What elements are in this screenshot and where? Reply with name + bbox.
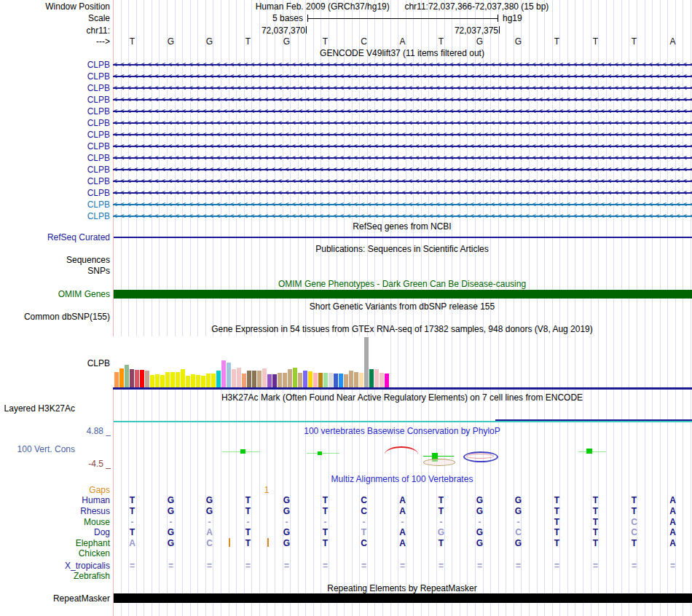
gtex-tissue-bar[interactable] <box>165 372 170 387</box>
cons-peak[interactable] <box>586 449 592 454</box>
alignment-base[interactable]: = <box>499 561 538 571</box>
cons-peak[interactable] <box>240 449 245 454</box>
gtex-tissue-bar[interactable] <box>323 373 328 387</box>
h3k27ac-signal-navy[interactable] <box>495 419 692 421</box>
alignment-base[interactable]: C <box>615 517 653 527</box>
alignment-base[interactable]: C <box>345 495 383 505</box>
refseq-curated-item[interactable] <box>113 237 692 238</box>
alignment-base[interactable]: T <box>422 495 460 505</box>
alignment-base[interactable]: - <box>422 517 460 527</box>
alignment-base[interactable]: = <box>383 561 422 571</box>
gene-transcript-row[interactable]: <<<<<<<<<<<<<<<<<<<<<<<<<<<<<<<<<<<<<<<<… <box>113 188 692 197</box>
alignment-base[interactable]: T <box>576 495 615 505</box>
gtex-tissue-bar[interactable] <box>114 372 119 387</box>
repeatmasker-label[interactable]: RepeatMasker <box>0 593 110 604</box>
gtex-tissue-bar[interactable] <box>140 370 144 387</box>
alignment-base[interactable]: T <box>422 506 460 516</box>
gtex-tissue-bar[interactable] <box>374 369 379 387</box>
alignment-base[interactable]: C <box>345 538 383 548</box>
alignment-base[interactable]: G <box>152 495 190 505</box>
alignment-base[interactable]: T <box>576 538 615 548</box>
omim-genes-label[interactable]: OMIM Genes <box>0 289 110 299</box>
alignment-base[interactable]: G <box>190 506 229 516</box>
species-label[interactable]: Elephant <box>0 538 110 548</box>
gtex-tissue-bar[interactable] <box>380 373 384 387</box>
alignment-base[interactable]: T <box>576 527 615 537</box>
gtex-tissue-bar[interactable] <box>237 368 241 387</box>
alignment-base[interactable]: T <box>229 495 267 505</box>
alignment-base[interactable]: A <box>653 517 692 527</box>
gtex-expression-chart[interactable] <box>113 336 391 387</box>
alignment-base[interactable]: - <box>190 517 229 527</box>
refseq-curated-label[interactable]: RefSeq Curated <box>0 232 110 242</box>
species-label[interactable]: Zebrafish <box>0 571 110 581</box>
alignment-base[interactable]: T <box>538 527 576 537</box>
alignment-base[interactable]: T <box>538 538 576 548</box>
gtex-track-title[interactable]: Gene Expression in 54 tissues from GTEx … <box>114 324 691 334</box>
gtex-tissue-bar[interactable] <box>130 369 134 387</box>
gene-label[interactable]: CLPB <box>0 60 110 70</box>
alignment-base[interactable]: = <box>152 561 190 571</box>
alignment-base[interactable]: A <box>653 495 692 505</box>
dbsnp-track-title[interactable]: Short Genetic Variants from dbSNP releas… <box>114 301 691 312</box>
alignment-base[interactable]: T <box>306 538 345 548</box>
alignment-base[interactable]: G <box>152 527 190 537</box>
gene-label[interactable]: CLPB <box>0 95 110 105</box>
gene-transcript-row[interactable]: <<<<<<<<<<<<<<<<<<<<<<<<<<<<<<<<<<<<<<<<… <box>113 153 692 162</box>
gtex-tissue-bar[interactable] <box>227 363 231 387</box>
h3k27ac-signal-teal[interactable] <box>113 421 692 422</box>
multiz-track-title[interactable]: Multiz Alignments of 100 Vertebrates <box>114 474 691 484</box>
refseq-track-title[interactable]: RefSeq genes from NCBI <box>114 221 691 232</box>
gtex-tissue-bar[interactable] <box>247 371 251 387</box>
omim-track-title[interactable]: OMIM Gene Phenotypes - Dark Green Can Be… <box>114 279 691 289</box>
gene-transcript-row[interactable]: <<<<<<<<<<<<<<<<<<<<<<<<<<<<<<<<<<<<<<<<… <box>113 200 692 209</box>
common-dbsnp-label[interactable]: Common dbSNP(155) <box>0 312 110 322</box>
alignment-base[interactable]: - <box>460 517 499 527</box>
gene-transcript-row[interactable]: <<<<<<<<<<<<<<<<<<<<<<<<<<<<<<<<<<<<<<<<… <box>113 118 692 127</box>
gene-label[interactable]: CLPB <box>0 200 110 210</box>
alignment-base[interactable]: T <box>615 538 653 548</box>
alignment-base[interactable]: = <box>422 561 460 571</box>
gene-label[interactable]: CLPB <box>0 153 110 163</box>
gene-label[interactable]: CLPB <box>0 188 110 198</box>
gtex-tissue-bar[interactable] <box>354 372 358 387</box>
gtex-tissue-bar[interactable] <box>135 370 139 387</box>
gene-transcript-row[interactable]: <<<<<<<<<<<<<<<<<<<<<<<<<<<<<<<<<<<<<<<<… <box>113 176 692 186</box>
gtex-tissue-bar[interactable] <box>272 374 277 387</box>
gtex-tissue-bar[interactable] <box>216 371 221 387</box>
publications-track-title[interactable]: Publications: Sequences in Scientific Ar… <box>114 244 691 254</box>
alignment-base[interactable]: A <box>653 506 692 516</box>
omim-gene-bar[interactable] <box>113 290 692 299</box>
gene-label[interactable]: CLPB <box>0 83 110 93</box>
gtex-tissue-bar[interactable] <box>211 374 216 387</box>
alignment-base[interactable]: T <box>113 506 152 516</box>
alignment-base[interactable]: C <box>345 506 383 516</box>
gtex-tissue-bar[interactable] <box>232 369 236 387</box>
gene-transcript-row[interactable]: <<<<<<<<<<<<<<<<<<<<<<<<<<<<<<<<<<<<<<<<… <box>113 95 692 104</box>
gtex-tissue-bar[interactable] <box>252 371 256 387</box>
alignment-base[interactable]: T <box>229 527 267 537</box>
gene-label[interactable]: CLPB <box>0 141 110 151</box>
alignment-base[interactable]: T <box>422 538 460 548</box>
gtex-tissue-bar[interactable] <box>201 376 205 387</box>
alignment-base[interactable]: T <box>538 495 576 505</box>
snps-label[interactable]: SNPs <box>0 266 110 276</box>
gtex-tissue-bar[interactable] <box>318 373 323 387</box>
gtex-tissue-bar[interactable] <box>359 373 363 387</box>
alignment-base[interactable]: - <box>113 517 152 527</box>
alignment-base[interactable]: = <box>460 561 499 571</box>
gtex-tissue-bar[interactable] <box>206 374 211 387</box>
cons-line[interactable] <box>578 451 606 452</box>
gtex-tissue-bar[interactable] <box>385 374 389 387</box>
alignment-base[interactable]: C <box>499 527 538 537</box>
alignment-base[interactable]: - <box>267 517 306 527</box>
alignment-base[interactable]: = <box>267 561 306 571</box>
alignment-base[interactable]: G <box>460 538 499 548</box>
gtex-tissue-bar[interactable] <box>170 372 175 387</box>
alignment-base[interactable]: A <box>190 527 229 537</box>
alignment-base[interactable]: T <box>113 495 152 505</box>
gtex-tissue-bar[interactable] <box>278 373 282 387</box>
alignment-base[interactable]: T <box>576 506 615 516</box>
alignment-base[interactable]: T <box>306 527 345 537</box>
gtex-tissue-bar[interactable] <box>344 374 348 387</box>
